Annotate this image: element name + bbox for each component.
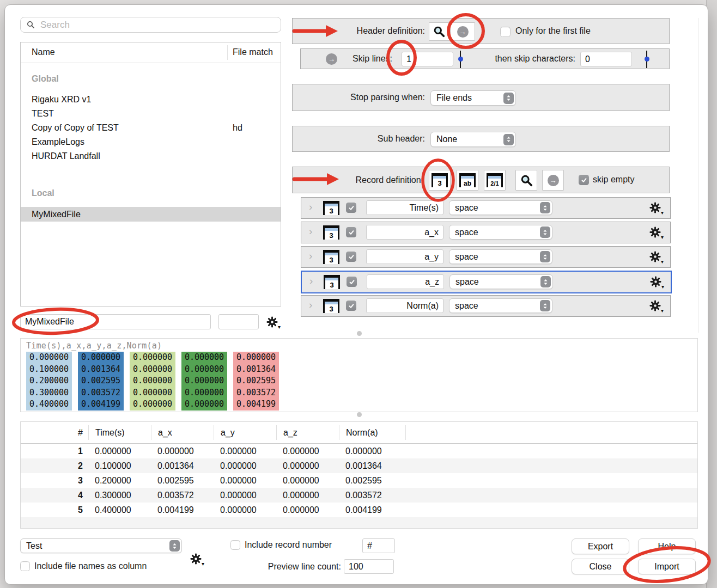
list-section-label: Global — [21, 72, 281, 86]
footer-gear-menu-button[interactable]: ▾ — [190, 553, 203, 565]
table-column-header: . — [405, 425, 697, 440]
record-name-field[interactable] — [367, 274, 444, 289]
include-record-number-checkbox[interactable] — [230, 540, 240, 550]
close-button[interactable]: Close — [572, 559, 629, 574]
table-row[interactable]: 20.1000000.0013640.0000000.0000000.00136… — [21, 458, 697, 473]
stop-parsing-select[interactable]: File ends — [430, 90, 516, 106]
file-preset-name: TEST — [32, 109, 54, 118]
record-name-field[interactable] — [366, 200, 443, 215]
export-button[interactable]: Export — [572, 538, 629, 554]
skip-lines-input[interactable] — [402, 52, 453, 66]
record-separator-select[interactable]: space — [449, 274, 553, 289]
record-enabled-checkbox[interactable] — [346, 301, 356, 311]
record-row[interactable]: › 3 space ▾ — [301, 271, 672, 293]
preset-select[interactable]: Test — [20, 538, 182, 553]
preset-list-header: Name File match — [21, 42, 281, 63]
header-apply-button[interactable]: → — [450, 22, 475, 41]
table-cell: 3 — [21, 476, 88, 486]
record-gear-menu-button[interactable]: ▾ — [649, 202, 663, 214]
table-column-header[interactable]: Norm(a) — [339, 425, 405, 440]
table-row[interactable]: 30.2000000.0025950.0000000.0000000.00259… — [21, 473, 697, 488]
splitter-handle[interactable] — [357, 331, 362, 336]
record-separator-select[interactable]: space — [449, 249, 552, 264]
preset-gear-menu-button[interactable]: ▾ — [266, 316, 279, 328]
skip-lines-slider[interactable] — [458, 51, 463, 68]
record-row[interactable]: › 3 space ▾ — [301, 222, 671, 243]
stepper-icon — [503, 93, 514, 104]
record-row[interactable]: › 3 space ▾ — [301, 197, 671, 219]
table-cell: 0.002595 — [339, 476, 405, 486]
record-enabled-checkbox[interactable] — [347, 277, 357, 287]
record-enabled-checkbox[interactable] — [346, 252, 356, 262]
record-gear-menu-button[interactable]: ▾ — [649, 300, 663, 312]
preview-data-line: 0.0000000.0000000.0000000.0000000.000000 — [26, 352, 697, 364]
table-row[interactable]: 50.4000000.0041990.0000000.0000000.00419… — [21, 503, 697, 517]
preview-cell: 0.100000 — [26, 364, 72, 376]
column-divider[interactable] — [227, 45, 228, 60]
include-file-names-checkbox[interactable] — [20, 561, 30, 571]
list-section-label: Local — [21, 186, 281, 200]
record-type-text-button[interactable]: ab — [457, 170, 478, 191]
record-name-field[interactable] — [366, 249, 443, 264]
magnifier-icon — [520, 174, 533, 187]
search-icon — [27, 21, 35, 29]
record-separator-select[interactable]: space — [449, 298, 552, 313]
file-preset-item[interactable]: ExampleLogs — [21, 135, 281, 149]
header-inspect-button[interactable] — [429, 22, 449, 41]
fraction-column-icon: 2/1 — [487, 173, 503, 187]
record-enabled-checkbox[interactable] — [346, 227, 356, 237]
only-first-file-checkbox[interactable] — [500, 27, 511, 37]
skip-characters-slider[interactable] — [644, 51, 649, 68]
search-input[interactable] — [39, 19, 276, 31]
record-name-field[interactable] — [366, 298, 443, 313]
record-gear-menu-button[interactable]: ▾ — [649, 251, 663, 263]
record-gear-menu-button[interactable]: ▾ — [650, 276, 663, 288]
preview-cell: 0.000000 — [130, 387, 175, 399]
disclosure-chevron-icon[interactable]: › — [309, 299, 312, 311]
file-preset-item[interactable]: MyMixedFile — [21, 207, 281, 222]
record-enabled-checkbox[interactable] — [346, 203, 356, 213]
record-inspect-button[interactable] — [515, 170, 537, 191]
record-type-numeric-button[interactable]: 3 — [429, 170, 451, 191]
search-field[interactable] — [20, 17, 281, 33]
table-column-header[interactable]: a_x — [151, 425, 214, 440]
preview-cell: 0.200000 — [26, 375, 72, 387]
preview-line-count-field[interactable] — [344, 559, 394, 574]
table-column-header[interactable]: # — [21, 425, 88, 440]
table-column-header[interactable]: Time(s) — [88, 425, 151, 440]
record-separator-select[interactable]: space — [449, 200, 552, 215]
skip-characters-input[interactable] — [580, 52, 632, 66]
record-row[interactable]: › 3 space ▾ — [301, 246, 671, 268]
disclosure-chevron-icon[interactable]: › — [309, 250, 312, 262]
record-name-field[interactable] — [366, 225, 443, 240]
record-apply-button[interactable]: → — [542, 170, 564, 191]
table-column-header[interactable]: a_z — [276, 425, 339, 440]
file-preset-item[interactable]: TEST — [21, 107, 281, 121]
import-button[interactable]: Import — [638, 559, 696, 574]
splitter-handle[interactable] — [357, 412, 362, 417]
table-row[interactable]: 10.0000000.0000000.0000000.0000000.00000… — [21, 444, 697, 458]
record-number-symbol-field[interactable] — [362, 538, 395, 553]
preset-name-field[interactable] — [20, 314, 211, 329]
record-gear-menu-button[interactable]: ▾ — [649, 226, 663, 238]
file-preset-item[interactable]: Copy of Copy of TESThd — [21, 121, 281, 135]
disclosure-chevron-icon[interactable]: › — [309, 275, 313, 287]
sub-header-select[interactable]: None — [430, 132, 516, 147]
file-preset-item[interactable]: HURDAT Landfall — [21, 149, 281, 163]
table-column-header[interactable]: a_y — [214, 425, 276, 440]
disclosure-chevron-icon[interactable]: › — [309, 225, 312, 237]
table-row[interactable]: 40.3000000.0035720.0000000.0000000.00357… — [21, 488, 697, 503]
file-preset-item[interactable]: Rigaku XRD v1 — [21, 93, 281, 107]
preview-cell: 0.000000 — [26, 352, 72, 364]
record-separator-value: space — [455, 301, 478, 311]
stepper-icon — [540, 276, 551, 287]
skip-empty-checkbox[interactable] — [579, 175, 589, 185]
table-cell: 4 — [21, 491, 88, 500]
record-separator-select[interactable]: space — [449, 225, 552, 240]
disclosure-chevron-icon[interactable]: › — [309, 201, 312, 213]
record-row[interactable]: › 3 space ▾ — [301, 295, 671, 317]
record-separator-value: space — [455, 277, 479, 287]
record-type-fraction-button[interactable]: 2/1 — [484, 170, 506, 191]
help-button[interactable]: Help — [638, 538, 696, 554]
preset-extra-field[interactable] — [218, 314, 259, 329]
